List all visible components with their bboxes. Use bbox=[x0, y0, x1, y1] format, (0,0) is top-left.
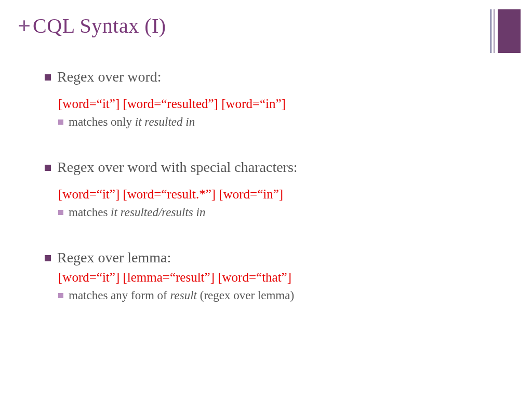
section-regex-lemma: Regex over lemma: [word=“it”] [lemma=“re… bbox=[45, 249, 490, 302]
bullet-icon bbox=[58, 210, 63, 215]
decoration-block bbox=[498, 9, 521, 53]
heading-text: Regex over word with special characters: bbox=[57, 159, 298, 176]
bullet-icon bbox=[58, 293, 63, 298]
section-regex-special: Regex over word with special characters:… bbox=[45, 159, 490, 219]
code-example: [word=“it”] [word=“resulted”] [word=“in”… bbox=[58, 97, 490, 111]
match-italic: result bbox=[170, 289, 197, 302]
match-italic: it resulted in bbox=[135, 115, 195, 128]
bullet-icon bbox=[45, 74, 51, 81]
bullet-icon bbox=[45, 255, 51, 261]
decoration-line bbox=[494, 9, 495, 53]
heading-text: Regex over word: bbox=[57, 69, 162, 85]
section-heading: Regex over word: bbox=[45, 69, 490, 85]
match-prefix: matches any form of bbox=[69, 289, 170, 302]
plus-icon: + bbox=[18, 12, 31, 39]
match-suffix: (regex over lemma) bbox=[197, 289, 294, 302]
heading-text: Regex over lemma: bbox=[57, 249, 171, 266]
match-text: matches it resulted/results in bbox=[69, 206, 205, 219]
bullet-icon bbox=[45, 165, 51, 171]
match-prefix: matches bbox=[69, 206, 111, 219]
code-example: [word=“it”] [word=“result.*”] [word=“in”… bbox=[58, 187, 490, 202]
match-italic: it resulted/results in bbox=[111, 206, 205, 219]
match-description: matches any form of result (regex over l… bbox=[58, 289, 490, 302]
match-description: matches it resulted/results in bbox=[58, 206, 490, 219]
code-example: [word=“it”] [lemma=“result”] [word=“that… bbox=[58, 270, 490, 285]
match-text: matches only it resulted in bbox=[69, 115, 195, 129]
decoration-line bbox=[490, 9, 491, 53]
section-heading: Regex over word with special characters: bbox=[45, 159, 490, 176]
slide-title-row: + CQL Syntax (I) bbox=[18, 12, 166, 39]
section-heading: Regex over lemma: bbox=[45, 249, 490, 266]
bullet-icon bbox=[58, 119, 63, 125]
corner-decoration bbox=[490, 9, 521, 53]
slide-content: Regex over word: [word=“it”] [word=“resu… bbox=[45, 69, 490, 302]
section-regex-word: Regex over word: [word=“it”] [word=“resu… bbox=[45, 69, 490, 129]
match-prefix: matches only bbox=[69, 115, 135, 128]
match-description: matches only it resulted in bbox=[58, 115, 490, 129]
match-text: matches any form of result (regex over l… bbox=[69, 289, 294, 302]
slide-title: CQL Syntax (I) bbox=[33, 14, 166, 38]
